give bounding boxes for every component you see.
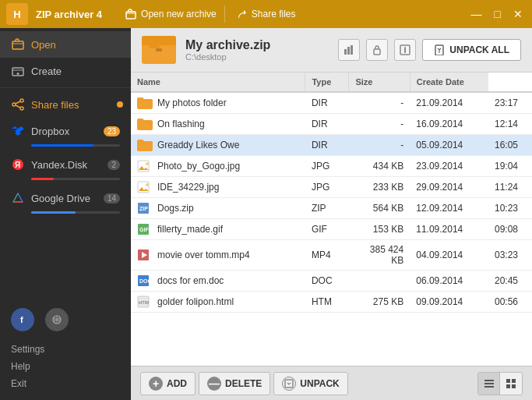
- list-view-button[interactable]: [478, 373, 500, 395]
- archive-path: C:\desktop: [185, 52, 329, 62]
- share-files-button[interactable]: Share files: [228, 5, 304, 23]
- minimize-button[interactable]: —: [468, 8, 485, 20]
- file-size: 564 KB: [349, 198, 410, 219]
- archive-icon: [142, 36, 176, 64]
- facebook-icon[interactable]: f: [11, 308, 34, 331]
- info-button[interactable]: [394, 39, 416, 61]
- svg-point-3: [20, 99, 23, 102]
- settings-link[interactable]: Settings: [11, 341, 120, 358]
- file-table-header: Name Type Size Create Date: [131, 73, 532, 92]
- google-progress-wrap: [31, 211, 120, 214]
- add-button[interactable]: + ADD: [140, 372, 196, 395]
- unpack-icon: [282, 377, 296, 391]
- lock-button[interactable]: [366, 39, 388, 61]
- svg-point-5: [12, 103, 16, 106]
- file-type: DOC: [305, 271, 349, 292]
- svg-point-4: [20, 107, 23, 110]
- svg-text:ZIP: ZIP: [139, 206, 148, 211]
- dropbox-label: Dropbox: [31, 126, 97, 137]
- table-row[interactable]: IDE_34229.jpgJPG233 KB29.09.201411:24: [131, 177, 532, 198]
- file-time: 23:17: [488, 92, 532, 114]
- file-time: 20:45: [488, 271, 532, 292]
- open-archive-button[interactable]: Open new archive: [118, 5, 225, 23]
- file-time: 19:04: [488, 156, 532, 177]
- sidebar-item-google[interactable]: Google Drive 14: [0, 185, 131, 211]
- sidebar-item-dropbox[interactable]: Dropbox 23: [0, 118, 131, 144]
- file-size: -: [349, 135, 410, 156]
- file-date: 05.09.2014: [410, 135, 488, 156]
- svg-text:GIF: GIF: [139, 227, 149, 232]
- unpack-label: UNPACK: [300, 378, 339, 389]
- maximize-button[interactable]: □: [491, 8, 504, 20]
- file-name: On flashing: [157, 119, 205, 129]
- sidebar-item-share[interactable]: Share files: [0, 91, 131, 118]
- help-link[interactable]: Help: [11, 358, 120, 375]
- svg-point-19: [405, 47, 407, 48]
- file-name-cell: movie over tomm.mp4: [137, 249, 299, 261]
- table-row[interactable]: On flashingDIR-16.09.201412:14: [131, 114, 532, 135]
- file-name: My photos folder: [157, 97, 227, 108]
- svg-rect-37: [484, 383, 494, 384]
- table-row[interactable]: My photos folderDIR-21.09.201423:17: [131, 92, 532, 114]
- google-label: Google Drive: [31, 193, 97, 204]
- chart-button[interactable]: [338, 39, 360, 61]
- svg-text:HTM: HTM: [139, 300, 149, 305]
- table-row[interactable]: Greaddy Likes OweDIR-05.09.201416:05: [131, 135, 532, 156]
- file-date: 09.09.2014: [410, 292, 488, 313]
- file-name-cell: DOCdocs for em.doc: [137, 274, 299, 287]
- file-time: 11:24: [488, 177, 532, 198]
- main-layout: Open Create Share files: [0, 28, 532, 400]
- table-row[interactable]: movie over tomm.mp4MP4385 424 KB04.09.20…: [131, 240, 532, 271]
- grid-view-button[interactable]: [500, 373, 522, 395]
- share-dot: [117, 101, 123, 108]
- file-time: 12:14: [488, 114, 532, 135]
- create-icon: [11, 64, 25, 78]
- share-files-sidebar-label: Share files: [31, 99, 120, 111]
- add-label: ADD: [167, 378, 187, 389]
- sidebar-item-create[interactable]: Create: [0, 58, 131, 84]
- open-icon: [11, 37, 25, 51]
- file-size: 275 KB: [349, 292, 410, 313]
- sidebar-item-open[interactable]: Open: [0, 31, 131, 58]
- file-type: JPG: [305, 177, 349, 198]
- file-name-cell: Photo_by_Gogo.jpg: [137, 160, 299, 172]
- close-button[interactable]: ✕: [510, 8, 526, 20]
- archive-name: My archive.zip: [185, 38, 329, 52]
- dropbox-progress-wrap: [31, 144, 120, 147]
- file-type: HTM: [305, 292, 349, 313]
- website-icon[interactable]: [45, 308, 69, 331]
- dropbox-badge: 23: [104, 126, 120, 136]
- svg-rect-13: [344, 49, 347, 55]
- unpack-all-button[interactable]: UNPACK ALL: [422, 39, 521, 61]
- view-toggle: [477, 372, 523, 395]
- svg-text:f: f: [20, 315, 23, 324]
- exit-link[interactable]: Exit: [11, 375, 120, 392]
- table-row[interactable]: ZIPDogs.zipZIP564 KB12.09.201410:23: [131, 198, 532, 219]
- app-title: ZIP archiver 4: [36, 9, 102, 20]
- file-time: 00:56: [488, 292, 532, 313]
- file-time: 09:08: [488, 219, 532, 240]
- table-row[interactable]: GIFfillerty_made.gifGIF153 KB11.09.20140…: [131, 219, 532, 240]
- svg-rect-16: [374, 49, 380, 55]
- col-header-date: Create Date: [410, 73, 488, 92]
- file-name: Dogs.zip: [157, 203, 194, 214]
- table-row[interactable]: Photo_by_Gogo.jpgJPG434 KB23.09.201419:0…: [131, 156, 532, 177]
- delete-button[interactable]: — DELETE: [199, 372, 270, 395]
- file-time: 03:23: [488, 240, 532, 271]
- table-row[interactable]: HTMgolder folipon.htmlHTM275 KB09.09.201…: [131, 292, 532, 313]
- file-name-cell: My photos folder: [137, 97, 299, 109]
- file-date: 12.09.2014: [410, 198, 488, 219]
- open-archive-label: Open new archive: [141, 9, 217, 19]
- file-type: DIR: [305, 92, 349, 114]
- title-bar-actions: Open new archive Share files: [118, 5, 467, 23]
- yandex-progress-wrap: [31, 178, 120, 180]
- file-type-icon: [137, 181, 153, 193]
- file-name: IDE_34229.jpg: [157, 182, 219, 193]
- unpack-button[interactable]: UNPACK: [273, 372, 347, 395]
- file-table-wrap: Name Type Size Create Date My photos fol…: [131, 73, 532, 366]
- sidebar-item-yandex[interactable]: Я Yandex.Disk 2: [0, 151, 131, 178]
- svg-text:Я: Я: [15, 161, 20, 169]
- table-row[interactable]: DOCdocs for em.docDOC06.09.201420:45: [131, 271, 532, 292]
- google-badge: 14: [104, 193, 120, 204]
- open-label: Open: [31, 39, 120, 51]
